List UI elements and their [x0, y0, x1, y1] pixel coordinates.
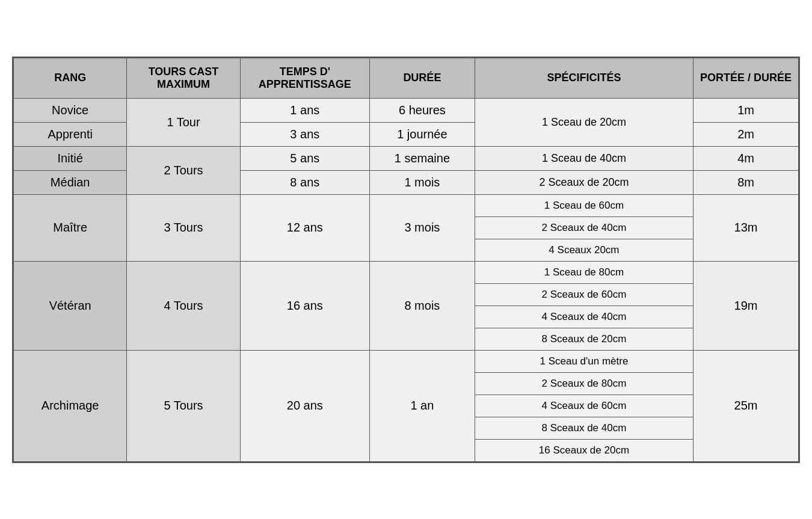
header-row: RANG TOURS CAST MAXIMUM TEMPS D' APPRENT…	[14, 58, 799, 98]
header-portee: PORTÉE / DURÉE	[694, 58, 799, 98]
cell-duree: 8 mois	[369, 261, 475, 350]
cell-rang: Maître	[14, 194, 127, 261]
table-row: Vétéran4 Tours16 ans8 mois1 Sceau de 80c…	[14, 261, 799, 350]
cell-spec: 2 Sceaux de 20cm	[475, 170, 693, 194]
cell-duree: 1 journée	[369, 122, 475, 146]
cell-portee: 4m	[694, 146, 799, 170]
cell-duree: 1 semaine	[369, 146, 475, 170]
header-spec: SPÉCIFICITÉS	[475, 58, 693, 98]
spec-item: 4 Sceaux de 60cm	[475, 395, 693, 417]
spec-item: 4 Sceaux 20cm	[475, 239, 693, 261]
cell-temps: 5 ans	[240, 146, 369, 170]
table-row: Archimage5 Tours20 ans1 an1 Sceau d'un m…	[14, 350, 799, 461]
cell-portee: 13m	[694, 194, 799, 261]
cell-portee: 25m	[694, 350, 799, 461]
cell-temps: 12 ans	[240, 194, 369, 261]
cell-temps: 20 ans	[240, 350, 369, 461]
cell-duree: 3 mois	[369, 194, 475, 261]
spec-item: 2 Sceaux de 40cm	[475, 217, 693, 239]
spec-item: 8 Sceaux de 20cm	[475, 328, 693, 350]
spec-item: 2 Sceaux de 80cm	[475, 373, 693, 395]
cell-duree: 6 heures	[369, 98, 475, 122]
cell-duree: 1 an	[369, 350, 475, 461]
cell-tours: 5 Tours	[127, 350, 240, 461]
cell-spec: 1 Sceau de 80cm2 Sceaux de 60cm4 Sceaux …	[475, 261, 693, 350]
cell-rang: Apprenti	[14, 122, 127, 146]
spec-item: 16 Sceaux de 20cm	[475, 440, 693, 461]
spec-item: 4 Sceaux de 40cm	[475, 306, 693, 328]
cell-tours: 2 Tours	[127, 146, 240, 194]
cell-temps: 16 ans	[240, 261, 369, 350]
table-row: Initié2 Tours5 ans1 semaine1 Sceau de 40…	[14, 146, 799, 170]
cell-rang: Novice	[14, 98, 127, 122]
cell-rang: Vétéran	[14, 261, 127, 350]
cell-rang: Initié	[14, 146, 127, 170]
cell-temps: 8 ans	[240, 170, 369, 194]
cell-portee: 1m	[694, 98, 799, 122]
cell-portee: 19m	[694, 261, 799, 350]
cell-tours: 1 Tour	[127, 98, 240, 146]
cell-spec: 1 Sceau de 20cm	[475, 98, 693, 146]
cell-spec: 1 Sceau de 40cm	[475, 146, 693, 170]
cell-rang: Archimage	[14, 350, 127, 461]
cell-temps: 1 ans	[240, 98, 369, 122]
cell-spec: 1 Sceau d'un mètre2 Sceaux de 80cm4 Scea…	[475, 350, 693, 461]
cell-temps: 3 ans	[240, 122, 369, 146]
header-duree: DURÉE	[369, 58, 475, 98]
header-tours: TOURS CAST MAXIMUM	[127, 58, 240, 98]
main-table-container: RANG TOURS CAST MAXIMUM TEMPS D' APPRENT…	[12, 57, 800, 463]
spec-item: 1 Sceau d'un mètre	[475, 351, 693, 373]
table-row: Maître3 Tours12 ans3 mois1 Sceau de 60cm…	[14, 194, 799, 261]
header-temps: TEMPS D' APPRENTISSAGE	[240, 58, 369, 98]
cell-tours: 4 Tours	[127, 261, 240, 350]
table-row: Novice1 Tour1 ans6 heures1 Sceau de 20cm…	[14, 98, 799, 122]
cell-portee: 8m	[694, 170, 799, 194]
cell-rang: Médian	[14, 170, 127, 194]
spec-item: 1 Sceau de 80cm	[475, 262, 693, 284]
spec-item: 1 Sceau de 60cm	[475, 195, 693, 217]
cell-portee: 2m	[694, 122, 799, 146]
spec-item: 8 Sceaux de 40cm	[475, 417, 693, 440]
cell-spec: 1 Sceau de 60cm2 Sceaux de 40cm4 Sceaux …	[475, 194, 693, 261]
cell-tours: 3 Tours	[127, 194, 240, 261]
spec-item: 2 Sceaux de 60cm	[475, 284, 693, 306]
header-rang: RANG	[14, 58, 127, 98]
cell-duree: 1 mois	[369, 170, 475, 194]
data-table: RANG TOURS CAST MAXIMUM TEMPS D' APPRENT…	[13, 58, 799, 462]
